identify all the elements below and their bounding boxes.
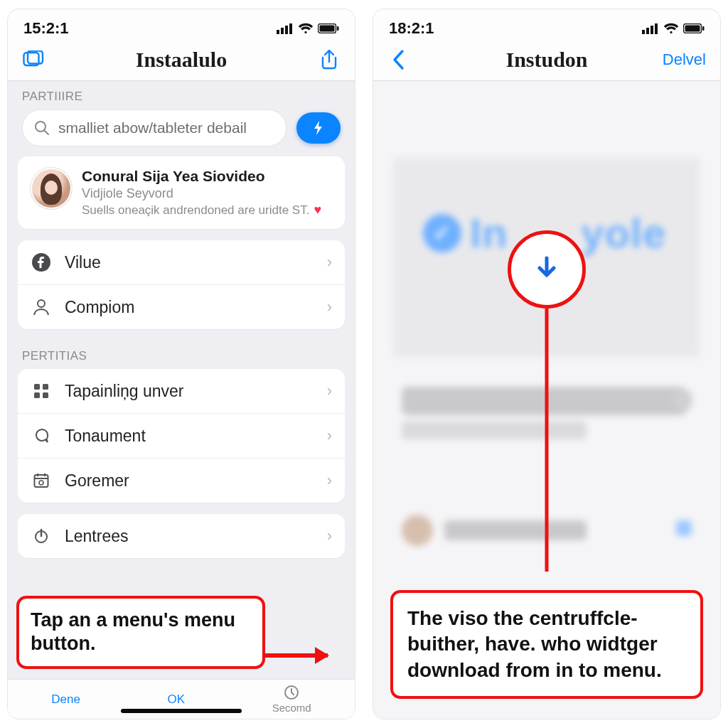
home-indicator [121,709,242,713]
status-bar: 18:2:1 [373,9,720,41]
section-label-2: PERTITIAS [8,341,355,369]
svg-rect-6 [337,26,339,31]
svg-rect-0 [277,30,279,34]
svg-rect-28 [655,23,658,34]
annotation-connector [545,309,549,572]
row-label: Tonaument [65,427,314,446]
status-time: 18:2:1 [389,19,434,38]
tab-icon[interactable] [22,48,45,71]
list-item[interactable]: Goremer › [18,458,345,503]
section-label-1: PARTIIIRE [8,81,355,109]
download-icon [535,255,559,284]
row-label: Compiom [65,298,314,317]
search-submit-button[interactable] [296,112,341,144]
annotation-arrow [264,653,328,658]
svg-line-10 [45,131,49,135]
nav-action-button[interactable]: Delvel [663,50,706,69]
chevron-right-icon: › [327,471,332,490]
cellular-icon [277,23,294,34]
chevron-right-icon: › [327,427,332,445]
list-item[interactable]: Lentrees › [18,514,345,558]
power-icon [31,525,52,547]
annotation-callout-right: The viso the centruffcle-buither, have. … [390,590,703,699]
svg-rect-1 [281,28,284,34]
svg-rect-16 [43,392,48,398]
list-group-2: Tapainliņg unver › Tonaument › Goremer › [18,369,345,503]
right-body: ✓ In yole The viso the centruffcle-buith… [373,81,720,719]
svg-rect-2 [285,26,288,34]
phone-left: 15:2:1 Instaalulo PARTIIIRE [7,9,355,719]
nav-bar: Instaalulo [8,41,355,80]
search-icon [34,120,50,136]
list-item[interactable]: Tonaument › [18,413,345,458]
battery-icon [683,23,705,33]
app-title: Instaalulo [136,48,227,72]
toolbar-mid-button[interactable]: OK [168,692,186,707]
svg-rect-3 [289,23,292,34]
row-label: Goremer [65,471,314,491]
calendar-icon [31,470,52,491]
status-time: 15:2:1 [23,19,69,38]
download-button[interactable] [508,230,586,309]
bolt-icon [312,120,325,136]
row-label: Tapainliņg unver [65,382,314,401]
left-body: PARTIIIRE smalliet abow/tableter debail … [8,81,355,719]
chevron-right-icon: › [327,382,332,400]
search-input[interactable]: smalliet abow/tableter debail [22,109,287,146]
status-indicators [277,23,339,34]
person-icon [31,296,52,318]
status-indicators [642,23,705,34]
profile-subtitle: Vidjiole Seyvord [82,186,332,201]
facebook-icon [31,252,52,273]
grid-icon [31,380,52,402]
chevron-right-icon: › [327,527,332,545]
avatar [31,168,72,209]
app-title: Instudon [505,48,587,72]
status-bar: 15:2:1 [8,9,355,41]
row-label: Lentrees [65,527,314,546]
svg-rect-14 [43,384,48,390]
profile-title: Conural Sija Yea Siovideo [82,168,332,185]
chevron-right-icon: › [327,298,332,316]
cellular-icon [642,23,659,34]
share-icon[interactable] [318,48,341,71]
svg-point-21 [39,481,43,485]
toolbar-left-button[interactable]: Dene [51,692,80,707]
wifi-icon [298,23,314,34]
svg-rect-30 [685,26,700,32]
toolbar-right-label: Secomd [272,702,311,714]
chevron-right-icon: › [327,253,332,272]
profile-desc: Suells oneaçik andrendoned are uridte ST… [82,203,309,218]
svg-rect-26 [646,28,649,34]
svg-rect-27 [651,26,653,34]
battery-icon [318,23,339,33]
row-label: Vilue [65,253,314,272]
search-placeholder: smalliet abow/tableter debail [58,119,247,136]
profile-card[interactable]: Conural Sija Yea Siovideo Vidjiole Seyvo… [18,156,345,229]
svg-point-12 [38,300,45,307]
svg-rect-25 [642,30,645,34]
svg-rect-13 [34,384,40,390]
list-item[interactable]: Compiom › [18,284,345,329]
svg-rect-15 [34,392,40,398]
annotation-callout-left: Tap an a menu's menu button. [16,596,265,670]
phone-right: 18:2:1 Instudon Delvel ✓ [373,9,721,719]
back-button[interactable] [387,48,410,71]
wifi-icon [663,23,679,34]
clock-icon [284,685,299,700]
nav-bar: Instudon Delvel [373,41,720,80]
list-item[interactable]: Vilue › [18,240,345,284]
toolbar-right-button[interactable]: Secomd [272,685,311,714]
svg-rect-31 [702,26,705,31]
svg-rect-5 [320,26,335,32]
list-group-3: Lentrees › [18,514,345,558]
comment-icon [31,425,52,446]
heart-icon: ♥ [314,203,321,218]
list-item[interactable]: Tapainliņg unver › [18,369,345,413]
list-group-1: Vilue › Compiom › [18,240,345,329]
